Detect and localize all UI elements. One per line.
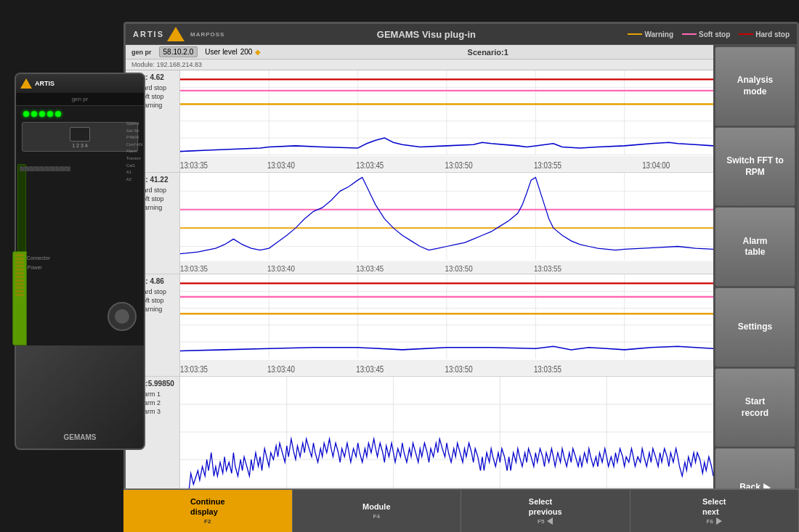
brand-stack: MARPOSS (190, 31, 224, 38)
svg-text:13:03:50: 13:03:50 (445, 364, 473, 374)
svg-text:13:03:40: 13:03:40 (267, 160, 295, 170)
module-label: Module (362, 502, 391, 512)
user-level-value: 200 (240, 48, 253, 56)
next-chevron-icon (716, 517, 722, 525)
select-next-fkey: F6 (707, 518, 713, 525)
brand-area: ARTIS MARPOSS (133, 27, 224, 41)
hard-stop-legend-label: Hard stop (755, 30, 790, 38)
device-lower-labels: X Connector 3: Power (16, 251, 144, 275)
svg-text:13:03:50: 13:03:50 (445, 160, 473, 170)
alarm-table-button[interactable]: Alarmtable (715, 207, 795, 287)
green-connector-left (12, 251, 27, 345)
legend-area: Warning Soft stop Hard stop (628, 30, 790, 38)
chart-1-svg: 13:03:35 13:03:40 13:03:45 13:03:50 13:0… (180, 70, 713, 172)
device-brand-label: ARTIS (35, 80, 54, 87)
chart-panel-3: Peak: 4.86 Hard stop Soft stop Warn (126, 274, 713, 377)
svg-text:13:04:00: 13:04:00 (642, 160, 670, 170)
select-previous-label: Selectprevious (529, 496, 562, 517)
svg-text:13:03:45: 13:03:45 (356, 160, 384, 170)
artis-logo-triangle (167, 27, 184, 41)
device-body: 1 2 3 4 ⬛⬛⬛⬛⬛⬛⬛⬛⬛⬛ Speed Set Sh P4900 Co… (16, 106, 144, 251)
select-previous-fkey: F5 (538, 518, 544, 525)
hard-stop-legend-line (739, 33, 753, 35)
analysis-mode-button[interactable]: Analysismode (715, 46, 795, 126)
device-connector-area: X Connector 3: Power (16, 251, 144, 345)
warning-legend-label: Warning (644, 30, 673, 38)
led-4 (47, 111, 53, 117)
port-area: 1 2 3 4 (22, 122, 138, 152)
hard-stop-legend: Hard stop (739, 30, 790, 38)
device-top-brand: gen pr (72, 96, 89, 102)
continue-display-button[interactable]: Continuedisplay F2 (123, 490, 293, 532)
screen-content: gen pr 58.10.2.0 User level 200 ◆ Scenar… (126, 45, 797, 529)
select-next-button[interactable]: Selectnext F6 (630, 490, 800, 532)
artis-logo-area: ARTIS (133, 27, 184, 41)
chart-1-plot: 13:03:35 13:03:40 13:03:45 13:03:50 13:0… (180, 70, 713, 172)
soft-stop-legend-line (682, 33, 697, 35)
led-5 (55, 111, 61, 117)
module-info: Module: 192.168.214.83 (131, 61, 202, 68)
marposs-label: MARPOSS (190, 31, 224, 38)
alarm-table-label: Alarmtable (742, 236, 767, 258)
user-level-area: User level 200 ◆ (205, 48, 261, 56)
charts-area: gen pr 58.10.2.0 User level 200 ◆ Scenar… (126, 45, 713, 529)
svg-text:13:03:35: 13:03:35 (180, 160, 208, 170)
module-info-bar: Module: 192.168.214.83 (126, 60, 713, 70)
continue-display-fkey: F2 (204, 518, 211, 525)
svg-text:13:03:45: 13:03:45 (356, 264, 384, 272)
chart-3-svg: 13:03:35 13:03:40 13:03:45 13:03:50 13:0… (180, 274, 713, 376)
led-1 (23, 111, 29, 117)
svg-text:13:03:45: 13:03:45 (356, 364, 384, 374)
select-next-label: Selectnext (702, 496, 726, 517)
select-previous-button[interactable]: Selectprevious F5 (461, 490, 630, 532)
svg-text:13:03:40: 13:03:40 (267, 364, 295, 374)
artis-triangle-icon (20, 78, 32, 89)
info-bar: gen pr 58.10.2.0 User level 200 ◆ Scenar… (126, 45, 713, 60)
led-2 (31, 111, 37, 117)
sidebar-buttons: Analysismode Switch FFT toRPM Alarmtable… (713, 45, 797, 529)
continue-display-label: Continuedisplay (190, 496, 225, 517)
soft-stop-legend-label: Soft stop (699, 30, 730, 38)
start-record-label: Startrecord (742, 396, 768, 419)
logo-small-area: gen pr (131, 49, 152, 56)
chart-2-plot: 13:03:35 13:03:40 13:03:45 13:03:50 13:0… (180, 173, 713, 274)
module-fkey: F4 (373, 513, 380, 520)
svg-text:13:03:40: 13:03:40 (267, 264, 295, 272)
svg-text:13:03:55: 13:03:55 (534, 264, 561, 272)
svg-text:13:03:35: 13:03:35 (180, 364, 208, 374)
chart-panel-1: Peak: 4.62 Hard stop Soft stop Warn (126, 70, 713, 173)
screen-title: GEMAMS Visu plug-in (377, 29, 476, 40)
bottom-bar: Continuedisplay F2 Module F4 Selectprevi… (123, 488, 799, 532)
warning-legend: Warning (628, 30, 673, 38)
diamond-icon: ◆ (255, 48, 261, 56)
led-row (19, 109, 141, 119)
artis-brand-text: ARTIS (133, 30, 164, 38)
switch-fft-rpm-label: Switch FFT toRPM (726, 155, 784, 178)
prev-chevron-icon (547, 517, 553, 525)
device-bottom-label: GEMAMS (16, 433, 144, 441)
svg-text:13:03:55: 13:03:55 (534, 160, 561, 170)
switch-fft-rpm-button[interactable]: Switch FFT toRPM (715, 127, 795, 207)
settings-button[interactable]: Settings (715, 287, 795, 367)
svg-text:13:03:55: 13:03:55 (534, 364, 561, 374)
chart-3-plot: 13:03:35 13:03:40 13:03:45 13:03:50 13:0… (180, 274, 713, 376)
user-level-label: User level (205, 48, 237, 56)
select-next-icon-area: F6 (707, 517, 722, 525)
settings-label: Settings (738, 322, 772, 333)
led-3 (39, 111, 45, 117)
genp-logo: gen pr (131, 49, 152, 56)
svg-text:13:03:35: 13:03:35 (180, 264, 208, 272)
version-tag: 58.10.2.0 (159, 46, 198, 57)
device-top: ARTIS (16, 74, 144, 93)
screen-title-bar: ARTIS MARPOSS GEMAMS Visu plug-in Warnin… (126, 24, 797, 45)
main-container: ARTIS gen pr 1 2 3 4 ⬛⬛⬛⬛⬛⬛⬛⬛⬛⬛ S (0, 0, 799, 532)
start-record-button[interactable]: Startrecord (715, 368, 795, 448)
svg-text:13:03:50: 13:03:50 (445, 264, 473, 272)
device-labels: Speed Set Sh P4900 Conf AN Alarm Transm … (126, 120, 142, 183)
module-button[interactable]: Module F4 (293, 490, 462, 532)
device-knob (108, 302, 137, 331)
warning-legend-line (628, 33, 642, 35)
soft-stop-legend: Soft stop (682, 30, 730, 38)
select-previous-icon-area: F5 (538, 517, 553, 525)
analysis-mode-label: Analysismode (737, 75, 773, 97)
